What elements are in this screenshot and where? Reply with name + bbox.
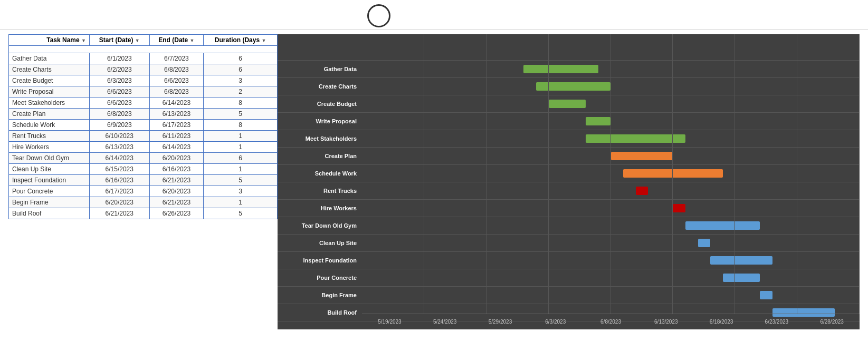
gantt-bar <box>723 274 760 282</box>
task-end-cell: 6/8/2023 <box>149 86 204 97</box>
chart-inner: Gather DataCreate ChartsCreate BudgetWri… <box>278 34 860 329</box>
task-start-cell: 6/16/2023 <box>89 175 149 186</box>
gantt-header-row <box>362 34 860 61</box>
task-start-cell: 6/21/2023 <box>89 208 149 219</box>
axis-label: 6/8/2023 <box>583 319 638 325</box>
task-end-cell: 6/8/2023 <box>149 64 204 75</box>
task-duration-cell: 5 <box>204 175 278 186</box>
chart-task-label: Rent Trucks <box>278 182 362 200</box>
gantt-bar <box>760 291 772 299</box>
task-start-cell: 6/8/2023 <box>89 109 149 120</box>
task-start-cell: 6/1/2023 <box>89 53 149 64</box>
gantt-axis: 5/19/20235/24/20235/29/20236/3/20236/8/2… <box>362 314 860 329</box>
gantt-row <box>362 95 860 113</box>
task-end-cell: 6/17/2023 <box>149 120 204 131</box>
chart-task-label: Clean Up Site <box>278 235 362 252</box>
task-start-cell: 6/9/2023 <box>89 120 149 131</box>
task-start-cell: 6/17/2023 <box>89 186 149 197</box>
gantt-row <box>362 182 860 200</box>
col-start: Start (Date) ▼ <box>89 35 149 46</box>
task-start-cell: 6/2/2023 <box>89 64 149 75</box>
task-start-cell: 6/3/2023 <box>89 75 149 86</box>
gantt-chart-section: Gather DataCreate ChartsCreate BudgetWri… <box>278 34 860 329</box>
gantt-row <box>362 235 860 252</box>
col-duration: Duration (Days ▼ <box>204 35 278 46</box>
table-row: Begin Frame 6/20/2023 6/21/2023 1 <box>9 197 278 208</box>
task-end-cell: 6/16/2023 <box>149 164 204 175</box>
table-row: Rent Trucks 6/10/2023 6/11/2023 1 <box>9 131 278 142</box>
task-duration-cell: 5 <box>204 208 278 219</box>
table-row: Create Plan 6/8/2023 6/13/2023 5 <box>9 109 278 120</box>
gantt-bar <box>623 169 723 178</box>
gantt-row <box>362 217 860 235</box>
gantt-row <box>362 78 860 95</box>
chart-task-label: Hire Workers <box>278 200 362 217</box>
gantt-bar <box>685 221 760 230</box>
task-end-cell: 6/20/2023 <box>149 153 204 164</box>
task-duration-cell: 1 <box>204 197 278 208</box>
gantt-rows-container <box>362 34 860 314</box>
chart-task-label: Create Charts <box>278 78 362 95</box>
gantt-row <box>362 252 860 269</box>
axis-label: 6/28/2023 <box>804 319 860 325</box>
table-row: Create Budget 6/3/2023 6/6/2023 3 <box>9 75 278 86</box>
gantt-bar <box>586 117 611 125</box>
task-name-cell: Clean Up Site <box>9 164 90 175</box>
gantt-row <box>362 113 860 130</box>
gantt-row <box>362 287 860 304</box>
task-start-cell: 6/14/2023 <box>89 153 149 164</box>
gantt-bar <box>549 100 586 108</box>
task-duration-cell: 1 <box>204 164 278 175</box>
axis-label: 6/23/2023 <box>749 319 804 325</box>
chart-task-label: Write Proposal <box>278 113 362 130</box>
axis-label: 6/18/2023 <box>694 319 749 325</box>
task-end-cell: 6/20/2023 <box>149 186 204 197</box>
gantt-bar <box>636 187 648 195</box>
task-name-cell: Begin Frame <box>9 197 90 208</box>
table-row: Inspect Foundation 6/16/2023 6/21/2023 5 <box>9 175 278 186</box>
chart-task-label: Pour Concrete <box>278 269 362 287</box>
table-row: Hire Workers 6/13/2023 6/14/2023 1 <box>9 142 278 153</box>
gantt-row <box>362 130 860 148</box>
task-name-cell: Meet Stakeholders <box>9 97 90 109</box>
task-start-cell: 6/20/2023 <box>89 197 149 208</box>
task-table: Task Name ▼ Start (Date) ▼ End (Date ▼ D… <box>8 34 278 219</box>
axis-label: 5/24/2023 <box>417 319 473 325</box>
gantt-row <box>362 61 860 78</box>
task-name-cell: Create Budget <box>9 75 90 86</box>
logo-area <box>367 4 396 27</box>
task-name-cell: Schedule Work <box>9 120 90 131</box>
gantt-bar <box>611 152 673 160</box>
table-row: Gather Data 6/1/2023 6/7/2023 6 <box>9 53 278 64</box>
chart-task-label: Create Plan <box>278 148 362 165</box>
gantt-bar <box>586 134 685 143</box>
task-name-cell: Gather Data <box>9 53 90 64</box>
chart-task-label: Create Budget <box>278 95 362 113</box>
axis-label: 6/13/2023 <box>638 319 694 325</box>
task-end-cell: 6/7/2023 <box>149 53 204 64</box>
task-end-cell: 6/21/2023 <box>149 175 204 186</box>
task-duration-cell: 8 <box>204 97 278 109</box>
task-end-cell: 6/6/2023 <box>149 75 204 86</box>
table-row: Build Roof 6/21/2023 6/26/2023 5 <box>9 208 278 219</box>
task-duration-cell: 6 <box>204 53 278 64</box>
task-end-cell: 6/14/2023 <box>149 142 204 153</box>
gantt-row <box>362 148 860 165</box>
col-task-name: Task Name ▼ <box>9 35 90 46</box>
chart-task-label: Meet Stakeholders <box>278 130 362 148</box>
task-name-cell: Inspect Foundation <box>9 175 90 186</box>
gantt-bar <box>710 256 772 265</box>
task-start-cell: 6/10/2023 <box>89 131 149 142</box>
chart-task-label: Build Roof <box>278 304 362 321</box>
gantt-row <box>362 165 860 182</box>
chart-header-spacer <box>278 34 362 61</box>
chart-task-label: Begin Frame <box>278 287 362 304</box>
table-row: Pour Concrete 6/17/2023 6/20/2023 3 <box>9 186 278 197</box>
table-row: Schedule Work 6/9/2023 6/17/2023 8 <box>9 120 278 131</box>
axis-label: 5/29/2023 <box>473 319 528 325</box>
task-end-cell: 6/21/2023 <box>149 197 204 208</box>
task-name-cell: Write Proposal <box>9 86 90 97</box>
gantt-bar-area: 5/19/20235/24/20235/29/20236/3/20236/8/2… <box>362 34 860 329</box>
chart-task-label: Tear Down Old Gym <box>278 217 362 235</box>
task-name-cell: Build Roof <box>9 208 90 219</box>
